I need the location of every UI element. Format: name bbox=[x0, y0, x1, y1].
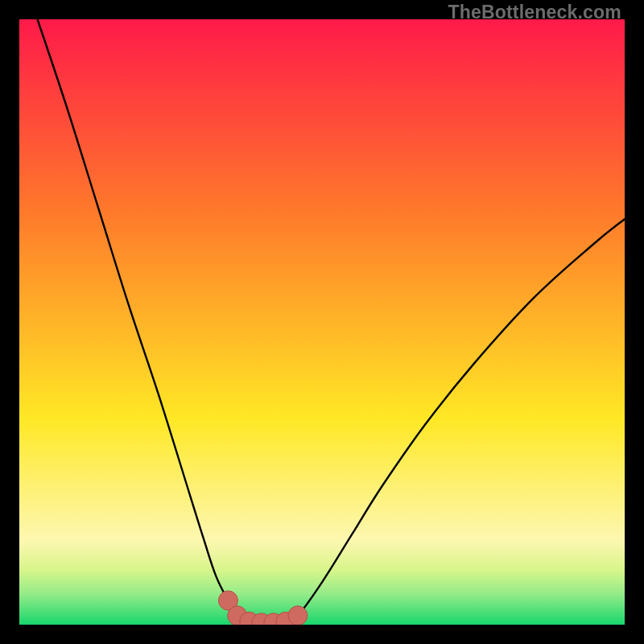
bottleneck-chart bbox=[19, 19, 625, 625]
watermark-text: TheBottleneck.com bbox=[448, 2, 621, 23]
chart-background-gradient bbox=[19, 19, 625, 625]
chart-frame bbox=[19, 19, 625, 625]
highlight-marker bbox=[288, 606, 308, 625]
